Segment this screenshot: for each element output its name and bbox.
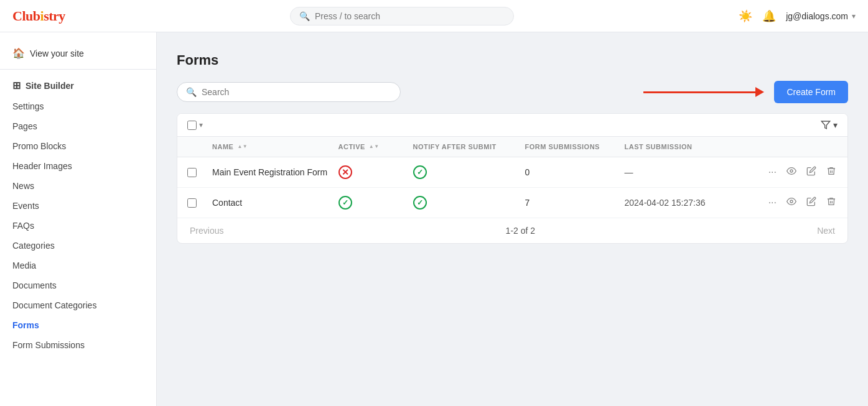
table-search-input[interactable]	[202, 87, 391, 97]
pagination-prev[interactable]: Previous	[190, 226, 223, 236]
row-checkbox-input[interactable]	[187, 198, 197, 208]
table-header-row: ▾ ▾	[177, 114, 847, 137]
home-icon: 🏠	[12, 47, 25, 59]
row-actions: ···	[750, 165, 838, 180]
col-notify: NOTIFY AFTER SUBMIT	[413, 143, 525, 150]
col-actions-header	[750, 143, 838, 150]
sidebar-item-document-categories[interactable]: Document Categories	[0, 295, 156, 315]
more-options-button[interactable]: ···	[767, 196, 778, 210]
logo: Clubistry	[12, 8, 65, 24]
pagination-range: 1-2 of 2	[506, 226, 535, 236]
topnav-right: ☀️ 🔔 jg@dialogs.com ▾	[739, 9, 856, 23]
row-last-submission: 2024-04-02 15:27:36	[625, 198, 751, 208]
sidebar-item-promo-blocks[interactable]: Promo Blocks	[0, 136, 156, 156]
row-checkbox[interactable]	[187, 198, 212, 208]
main-content: Forms 🔍 Create Form ▾	[157, 32, 868, 406]
trash-icon	[826, 196, 836, 206]
chevron-down-icon: ▾	[833, 120, 838, 130]
sidebar-item-media[interactable]: Media	[0, 256, 156, 275]
sidebar-item-faqs[interactable]: FAQs	[0, 216, 156, 236]
layout: 🏠 View your site ⊞ Site Builder Settings…	[0, 0, 868, 406]
edit-icon	[806, 196, 816, 206]
row-checkbox-input[interactable]	[187, 168, 197, 177]
delete-button[interactable]	[825, 195, 838, 210]
table-search-bar[interactable]: 🔍	[177, 82, 401, 102]
edit-icon	[806, 166, 816, 176]
search-icon: 🔍	[299, 11, 310, 21]
table-toolbar: 🔍 Create Form	[177, 81, 848, 103]
bulk-select[interactable]: ▾	[187, 121, 203, 130]
active-icon: ✓	[413, 196, 427, 210]
user-email: jg@dialogs.com	[786, 11, 848, 21]
row-active-status: ✕	[338, 165, 413, 179]
arrow-head	[755, 87, 764, 97]
sidebar: 🏠 View your site ⊞ Site Builder Settings…	[0, 32, 157, 406]
sidebar-item-documents[interactable]: Documents	[0, 275, 156, 295]
chevron-down-icon: ▾	[852, 12, 856, 21]
more-options-button[interactable]: ···	[767, 165, 778, 179]
notifications-button[interactable]: 🔔	[762, 9, 776, 23]
sidebar-item-form-submissions[interactable]: Form Submissions	[0, 335, 156, 355]
eye-icon	[786, 196, 796, 206]
col-last-submission: LAST SUBMISSION	[625, 143, 751, 150]
sidebar-item-header-images[interactable]: Header Images	[0, 156, 156, 176]
pagination-next[interactable]: Next	[817, 226, 835, 236]
sidebar-item-settings[interactable]: Settings	[0, 96, 156, 116]
edit-button[interactable]	[805, 165, 818, 180]
table-row: Contact ✓ ✓ 7 2024-04-02 15:27:36 ···	[177, 188, 847, 218]
page-title: Forms	[177, 52, 848, 68]
search-icon: 🔍	[186, 87, 197, 97]
sidebar-item-forms[interactable]: Forms	[0, 315, 156, 335]
filter-button[interactable]: ▾	[821, 120, 838, 130]
select-all-checkbox[interactable]	[187, 121, 197, 130]
row-notify-status: ✓	[413, 196, 525, 210]
sidebar-item-pages[interactable]: Pages	[0, 116, 156, 136]
checkbox-col-header	[187, 143, 212, 150]
row-form-submissions: 0	[525, 167, 625, 177]
sort-icon[interactable]: ▲▼	[237, 144, 248, 149]
grid-icon: ⊞	[12, 80, 21, 91]
sidebar-item-news[interactable]: News	[0, 176, 156, 196]
site-builder-label: Site Builder	[26, 81, 74, 91]
row-notify-status: ✓	[413, 165, 525, 179]
user-menu[interactable]: jg@dialogs.com ▾	[786, 11, 856, 21]
col-submissions: FORM SUBMISSIONS	[525, 143, 625, 150]
col-name: NAME ▲▼	[212, 143, 338, 150]
arrow-line	[643, 91, 755, 93]
global-search-input[interactable]	[315, 11, 505, 21]
col-active: ACTIVE ▲▼	[338, 143, 413, 150]
sidebar-view-site[interactable]: 🏠 View your site	[0, 42, 156, 70]
table-row: Main Event Registration Form ✕ ✓ 0 — ···	[177, 157, 847, 188]
active-icon: ✓	[338, 196, 352, 210]
global-search-bar[interactable]: 🔍	[290, 7, 514, 25]
view-button[interactable]	[785, 165, 798, 180]
sidebar-item-categories[interactable]: Categories	[0, 236, 156, 256]
row-form-submissions: 7	[525, 198, 625, 208]
row-checkbox[interactable]	[187, 168, 212, 177]
topnav: Clubistry 🔍 ☀️ 🔔 jg@dialogs.com ▾	[0, 0, 868, 32]
active-icon: ✓	[413, 165, 427, 179]
svg-marker-0	[821, 121, 829, 129]
delete-button[interactable]	[825, 165, 838, 180]
logo-text: Clubistry	[12, 8, 65, 24]
bell-icon: 🔔	[762, 9, 776, 23]
inactive-icon: ✕	[338, 165, 352, 179]
filter-icon	[821, 120, 831, 130]
sidebar-item-events[interactable]: Events	[0, 196, 156, 216]
site-builder-section: ⊞ Site Builder	[0, 75, 156, 96]
row-active-status: ✓	[338, 196, 413, 210]
arrow-indicator	[401, 87, 764, 97]
sort-icon[interactable]: ▲▼	[369, 144, 380, 149]
column-headers: NAME ▲▼ ACTIVE ▲▼ NOTIFY AFTER SUBMIT FO…	[177, 137, 847, 157]
row-name: Main Event Registration Form	[212, 167, 338, 177]
edit-button[interactable]	[805, 195, 818, 210]
eye-icon	[786, 166, 796, 176]
view-site-label: View your site	[30, 48, 84, 58]
view-button[interactable]	[785, 195, 798, 210]
theme-toggle-button[interactable]: ☀️	[739, 9, 752, 23]
chevron-down-icon[interactable]: ▾	[199, 121, 203, 129]
svg-point-2	[790, 200, 793, 203]
pagination: Previous 1-2 of 2 Next	[177, 218, 847, 243]
row-last-submission: —	[625, 167, 751, 177]
create-form-button[interactable]: Create Form	[774, 81, 848, 103]
